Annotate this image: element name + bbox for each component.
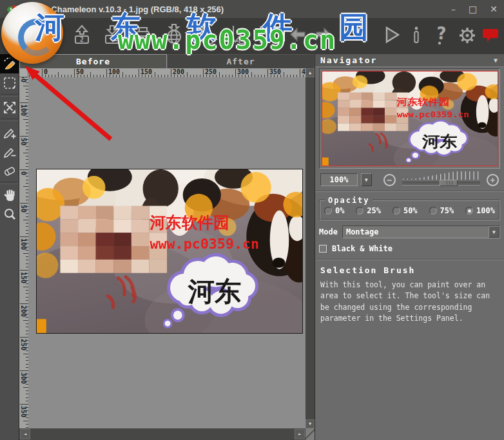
info-button[interactable] xyxy=(405,22,428,48)
zoom-slider-thumb[interactable] xyxy=(440,180,458,186)
marquee-icon xyxy=(2,75,17,91)
hand-tool[interactable] xyxy=(0,186,19,205)
load-preset-button[interactable] xyxy=(192,22,218,48)
navigator-title: Navigator xyxy=(320,55,377,65)
zoom-value-field[interactable]: 100% xyxy=(320,173,358,186)
mode-dropdown-caret[interactable]: ▼ xyxy=(489,226,499,238)
mode-dropdown[interactable]: Montage ▼ xyxy=(342,225,500,238)
gear-icon xyxy=(456,23,479,46)
akvis-chameleon-logo xyxy=(1,20,37,50)
help-button[interactable]: ? xyxy=(429,22,454,48)
opacity-radio-100pct[interactable]: 100% xyxy=(465,206,495,215)
feedback-button[interactable] xyxy=(480,22,501,48)
radio-circle[interactable] xyxy=(465,207,473,215)
pen-plus-icon xyxy=(2,124,17,140)
svg-text:2: 2 xyxy=(80,36,84,43)
svg-text:1: 1 xyxy=(50,36,53,43)
resize-grip[interactable] xyxy=(305,428,315,440)
toolbar: 1 2 xyxy=(0,18,504,52)
zoom-tool[interactable] xyxy=(0,205,19,224)
print-button[interactable] xyxy=(130,22,156,48)
v-ruler-label: 200 xyxy=(20,305,27,317)
tool-panel-separator xyxy=(1,182,18,184)
scroll-up-button[interactable]: ▲ xyxy=(305,68,315,77)
scroll-left-button[interactable]: ◄ xyxy=(20,429,30,439)
transform-tool[interactable] xyxy=(0,98,19,117)
v-ruler: 15010050050100150200250300350 xyxy=(19,77,28,428)
opacity-options: 0%25%50%75%100% xyxy=(322,206,498,215)
vertical-scrollbar[interactable]: ▲ ▼ xyxy=(305,68,315,428)
redo-arrow-icon xyxy=(312,23,335,46)
rectangle-selection-tool[interactable] xyxy=(0,73,19,93)
radio-circle[interactable] xyxy=(324,207,332,215)
post-to-web-button[interactable] xyxy=(161,22,187,48)
zoom-dropdown-button[interactable]: ▼ xyxy=(361,173,372,186)
pen-minus-icon xyxy=(2,144,17,159)
undo-button[interactable] xyxy=(285,22,311,48)
radio-label: 50% xyxy=(403,206,418,215)
main-area: Before After 050100150200250300350400 15… xyxy=(0,52,504,440)
minimize-button[interactable]: – xyxy=(451,5,456,14)
feedback-bubble-icon xyxy=(480,23,501,46)
opacity-radio-50pct[interactable]: 50% xyxy=(393,206,418,215)
title-bar: AKVIS Chameleon v.10.3 - 1.jpg (RGB/8, 4… xyxy=(0,0,504,18)
scroll-right-button[interactable]: ► xyxy=(295,429,305,439)
mode-label: Mode xyxy=(319,227,338,236)
navigator-collapse-caret[interactable]: ▼ xyxy=(494,57,499,64)
hint-title: Selection Brush xyxy=(320,265,499,275)
radio-circle[interactable] xyxy=(429,207,437,215)
h-ruler-label: 0 xyxy=(44,68,48,75)
close-button[interactable]: ✕ xyxy=(490,5,498,14)
open-second-image-button[interactable]: 2 xyxy=(69,22,95,48)
app-icon xyxy=(6,4,18,14)
h-ruler-label: 400 xyxy=(302,68,305,75)
zoom-slider[interactable] xyxy=(402,171,481,188)
opacity-radio-25pct[interactable]: 25% xyxy=(356,206,381,215)
zoom-slider-ticks xyxy=(402,171,481,180)
v-ruler-label: 100 xyxy=(20,104,27,116)
navigator-frame xyxy=(319,68,500,169)
open-first-image-button[interactable]: 1 xyxy=(39,22,64,48)
navigator-thumbnail[interactable] xyxy=(322,72,498,166)
h-ruler-label: 150 xyxy=(141,68,152,75)
opacity-legend: Opacity xyxy=(325,196,373,205)
save-preset-button[interactable] xyxy=(223,22,249,48)
divider xyxy=(315,191,504,192)
save-image-button[interactable] xyxy=(99,22,125,48)
horizontal-scrollbar[interactable]: ◄ ► xyxy=(19,428,305,440)
before-image[interactable] xyxy=(36,169,303,334)
eraser-tool[interactable] xyxy=(0,161,19,180)
ruler-origin-box xyxy=(19,68,28,77)
svg-text:?: ? xyxy=(436,24,446,43)
image-canvas[interactable] xyxy=(28,77,305,428)
v-ruler-label: 50 xyxy=(20,205,27,213)
divider xyxy=(315,259,504,260)
zoom-out-button[interactable]: − xyxy=(383,174,396,186)
h-ruler-label: 200 xyxy=(173,68,184,75)
black-and-white-option[interactable]: Black & White xyxy=(319,244,500,253)
radio-circle[interactable] xyxy=(356,207,363,215)
save-icon xyxy=(101,23,124,46)
black-and-white-checkbox[interactable] xyxy=(319,245,327,253)
opacity-radio-0pct[interactable]: 0% xyxy=(324,206,344,215)
opacity-radio-75pct[interactable]: 75% xyxy=(429,206,454,215)
maximize-button[interactable]: □ xyxy=(469,5,477,14)
run-button[interactable] xyxy=(379,22,403,48)
add-selection-pen-tool[interactable] xyxy=(0,122,19,142)
radio-circle[interactable] xyxy=(393,207,400,215)
v-ruler-label: 350 xyxy=(20,406,27,417)
tab-before[interactable]: Before xyxy=(19,54,167,68)
resize-image-button[interactable] xyxy=(254,22,280,48)
radio-label: 0% xyxy=(335,206,344,215)
preferences-button[interactable] xyxy=(455,22,480,48)
zoom-in-button[interactable]: + xyxy=(487,174,499,186)
redo-button[interactable] xyxy=(311,22,336,48)
selection-brush-tool[interactable] xyxy=(0,54,19,73)
scroll-down-button[interactable]: ▼ xyxy=(305,419,315,428)
eraser-icon xyxy=(2,163,17,178)
settings-sidebar: Navigator ▼ 100% ▼ − + xyxy=(315,54,504,440)
subtract-selection-pen-tool[interactable] xyxy=(0,142,19,161)
tab-after[interactable]: After xyxy=(167,54,315,68)
v-ruler-label: 0 xyxy=(20,171,27,175)
hint-text: With this tool, you can paint over an ar… xyxy=(320,280,499,324)
